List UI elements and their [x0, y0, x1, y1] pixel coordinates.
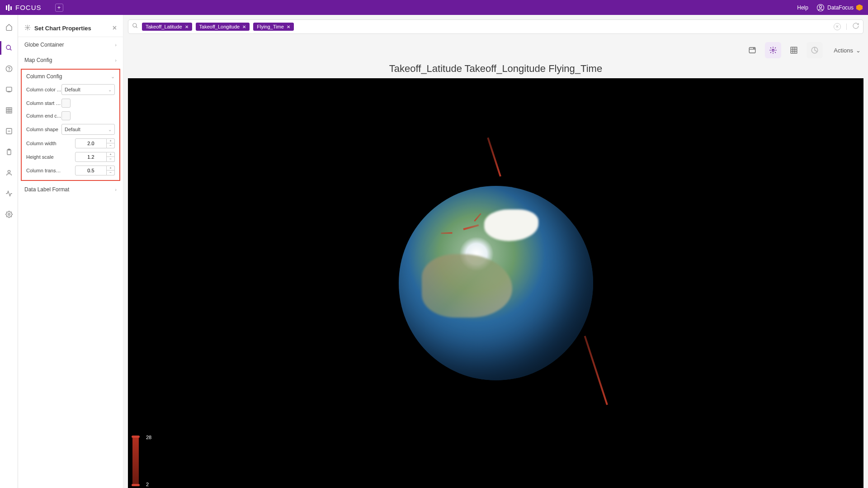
- panel-title: Set Chart Properties: [34, 25, 91, 32]
- start-color-swatch[interactable]: [61, 99, 71, 108]
- svg-rect-2: [10, 6, 12, 10]
- legend-min: 2: [146, 482, 149, 487]
- divider: [846, 24, 847, 30]
- nav-minus-box[interactable]: [5, 127, 13, 135]
- step-down[interactable]: −: [107, 157, 115, 162]
- svg-line-24: [136, 27, 137, 28]
- field-label: Column color ...: [26, 87, 61, 92]
- tool-chart-type[interactable]: [807, 42, 823, 58]
- nav-dashboard[interactable]: [5, 85, 13, 94]
- chevron-right-icon: ›: [115, 42, 117, 47]
- actions-menu[interactable]: Actions ⌄: [834, 47, 861, 54]
- user-menu[interactable]: DataFocus: [816, 4, 863, 12]
- chevron-right-icon: ›: [115, 57, 117, 63]
- pill-text: Takeoff_Latitude: [146, 24, 182, 29]
- legend-max: 28: [146, 435, 151, 440]
- nav-home[interactable]: [5, 23, 13, 31]
- content-area: Takeoff_Latitude✕ Takeoff_Longitude✕ Fly…: [123, 15, 868, 488]
- globe-chart[interactable]: 28 2: [128, 78, 863, 488]
- color-legend: 28 2: [132, 436, 139, 485]
- search-pill[interactable]: Takeoff_Latitude✕: [142, 23, 192, 31]
- tool-general[interactable]: [744, 42, 760, 58]
- caret-down-icon: ⌄: [108, 87, 112, 92]
- svg-point-4: [819, 5, 821, 8]
- pill-remove-icon[interactable]: ✕: [287, 24, 290, 29]
- svg-point-5: [6, 45, 10, 49]
- field-column-end-color: Column end c...: [22, 109, 119, 122]
- field-column-shape: Column shape Default ⌄: [22, 122, 119, 137]
- field-column-width: Column width +−: [22, 137, 119, 150]
- panel-header: Set Chart Properties ×: [18, 19, 123, 37]
- svg-point-28: [772, 49, 774, 52]
- nav-help[interactable]: [5, 65, 13, 73]
- actions-label: Actions: [834, 47, 853, 54]
- step-up[interactable]: +: [107, 166, 115, 171]
- panel-close-button[interactable]: ×: [113, 24, 117, 32]
- field-column-transparency: Column transp... +−: [22, 164, 119, 177]
- nav-table[interactable]: [5, 106, 13, 114]
- legend-bar: 28 2: [132, 436, 139, 485]
- data-column: [487, 137, 501, 177]
- pill-remove-icon[interactable]: ✕: [242, 24, 246, 29]
- section-map-config[interactable]: Map Config ›: [18, 52, 123, 68]
- field-label: Height scale: [26, 154, 61, 160]
- tool-grid[interactable]: [786, 42, 802, 58]
- svg-point-21: [8, 213, 10, 215]
- field-label: Column transp...: [26, 168, 61, 173]
- nav-search[interactable]: [5, 44, 13, 52]
- nav-rail: [0, 15, 18, 488]
- chart-title: Takeoff_Latitude Takeoff_Longitude Flyin…: [128, 63, 863, 75]
- search-bar[interactable]: Takeoff_Latitude✕ Takeoff_Longitude✕ Fly…: [128, 19, 863, 34]
- caret-down-icon: ⌄: [108, 127, 112, 132]
- section-data-label-format[interactable]: Data Label Format ›: [18, 182, 123, 197]
- svg-rect-0: [6, 5, 7, 10]
- tool-properties[interactable]: [765, 42, 781, 58]
- section-globe-container[interactable]: Globe Container ›: [18, 37, 123, 52]
- gear-icon: [24, 24, 31, 32]
- select-value: Default: [65, 127, 80, 132]
- legend-cap: [132, 484, 140, 486]
- chevron-down-icon: ⌄: [856, 47, 861, 54]
- premium-badge-icon: [856, 5, 863, 11]
- end-color-swatch[interactable]: [61, 111, 71, 120]
- search-pill[interactable]: Flying_Time✕: [253, 23, 294, 31]
- svg-rect-1: [8, 5, 9, 11]
- svg-rect-29: [791, 47, 797, 53]
- pill-remove-icon[interactable]: ✕: [185, 24, 189, 29]
- section-label: Globe Container: [24, 42, 64, 48]
- nav-settings[interactable]: [5, 210, 13, 218]
- svg-point-22: [27, 27, 28, 28]
- nav-clipboard[interactable]: [5, 148, 13, 156]
- user-icon: [816, 4, 825, 12]
- column-config-highlight: Column Config ⌄ Column color ... Default…: [21, 69, 120, 181]
- step-down[interactable]: −: [107, 143, 115, 148]
- app-header: FOCUS + Help DataFocus: [0, 0, 868, 15]
- height-scale-input[interactable]: [75, 152, 107, 162]
- username: DataFocus: [827, 5, 854, 11]
- svg-rect-11: [6, 108, 12, 113]
- column-shape-select[interactable]: Default ⌄: [61, 124, 115, 135]
- nav-user[interactable]: [5, 169, 13, 177]
- help-link[interactable]: Help: [797, 5, 808, 11]
- step-up[interactable]: +: [107, 152, 115, 157]
- nav-activity[interactable]: [5, 190, 13, 198]
- field-label: Column width: [26, 141, 61, 146]
- svg-point-27: [754, 48, 755, 49]
- select-value: Default: [65, 87, 80, 92]
- column-color-select[interactable]: Default ⌄: [61, 84, 115, 95]
- column-width-input[interactable]: [75, 138, 107, 148]
- search-pill[interactable]: Takeoff_Longitude✕: [196, 23, 250, 31]
- legend-cap: [132, 436, 140, 438]
- column-transp-input[interactable]: [75, 166, 107, 175]
- field-label: Column shape: [26, 127, 61, 132]
- brand-icon: [5, 4, 13, 11]
- refresh-icon[interactable]: [852, 22, 859, 31]
- step-up[interactable]: +: [107, 138, 115, 143]
- field-label: Column start c...: [26, 100, 61, 106]
- clear-search-button[interactable]: ✕: [834, 23, 841, 30]
- section-column-config[interactable]: Column Config ⌄: [22, 70, 119, 82]
- new-tab-button[interactable]: +: [55, 4, 63, 12]
- step-down[interactable]: −: [107, 171, 115, 175]
- section-label: Map Config: [24, 57, 52, 63]
- pill-text: Takeoff_Longitude: [199, 24, 240, 29]
